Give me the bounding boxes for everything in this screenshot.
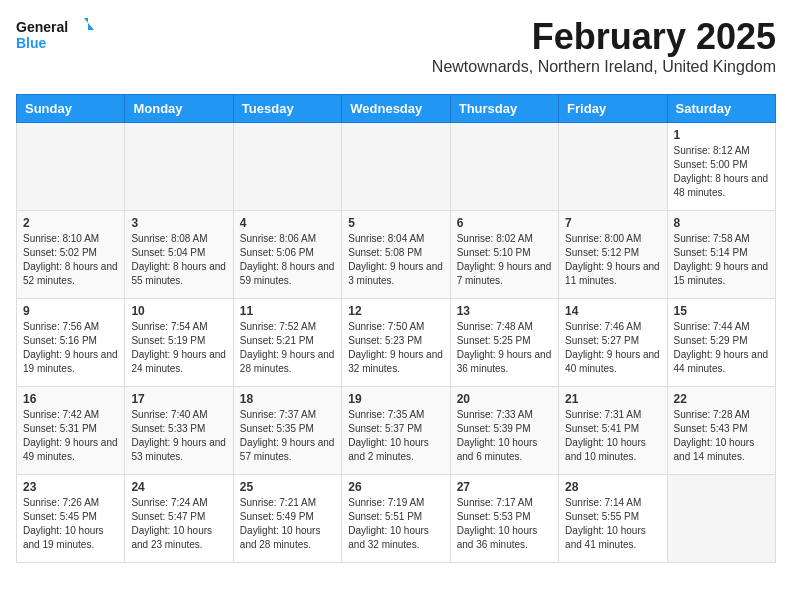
calendar-cell-w4-d0: 23Sunrise: 7:26 AM Sunset: 5:45 PM Dayli… [17,475,125,563]
day-number-1: 1 [674,128,769,142]
day-number-7: 7 [565,216,660,230]
day-number-22: 22 [674,392,769,406]
calendar-cell-w2-d3: 12Sunrise: 7:50 AM Sunset: 5:23 PM Dayli… [342,299,450,387]
day-number-20: 20 [457,392,552,406]
calendar-cell-w0-d2 [233,123,341,211]
day-info-24: Sunrise: 7:24 AM Sunset: 5:47 PM Dayligh… [131,496,226,552]
day-number-26: 26 [348,480,443,494]
calendar-cell-w4-d5: 28Sunrise: 7:14 AM Sunset: 5:55 PM Dayli… [559,475,667,563]
header-monday: Monday [125,95,233,123]
calendar-cell-w1-d3: 5Sunrise: 8:04 AM Sunset: 5:08 PM Daylig… [342,211,450,299]
calendar-cell-w1-d1: 3Sunrise: 8:08 AM Sunset: 5:04 PM Daylig… [125,211,233,299]
header-tuesday: Tuesday [233,95,341,123]
day-number-3: 3 [131,216,226,230]
day-info-7: Sunrise: 8:00 AM Sunset: 5:12 PM Dayligh… [565,232,660,288]
day-number-16: 16 [23,392,118,406]
calendar-cell-w3-d3: 19Sunrise: 7:35 AM Sunset: 5:37 PM Dayli… [342,387,450,475]
day-number-27: 27 [457,480,552,494]
day-number-18: 18 [240,392,335,406]
calendar-cell-w1-d4: 6Sunrise: 8:02 AM Sunset: 5:10 PM Daylig… [450,211,558,299]
day-info-2: Sunrise: 8:10 AM Sunset: 5:02 PM Dayligh… [23,232,118,288]
day-info-1: Sunrise: 8:12 AM Sunset: 5:00 PM Dayligh… [674,144,769,200]
calendar-cell-w3-d4: 20Sunrise: 7:33 AM Sunset: 5:39 PM Dayli… [450,387,558,475]
calendar-cell-w4-d2: 25Sunrise: 7:21 AM Sunset: 5:49 PM Dayli… [233,475,341,563]
calendar-cell-w3-d6: 22Sunrise: 7:28 AM Sunset: 5:43 PM Dayli… [667,387,775,475]
calendar-table: Sunday Monday Tuesday Wednesday Thursday… [16,94,776,563]
day-number-17: 17 [131,392,226,406]
day-info-10: Sunrise: 7:54 AM Sunset: 5:19 PM Dayligh… [131,320,226,376]
svg-text:General: General [16,19,68,35]
header-sunday: Sunday [17,95,125,123]
calendar-cell-w3-d2: 18Sunrise: 7:37 AM Sunset: 5:35 PM Dayli… [233,387,341,475]
calendar-cell-w0-d4 [450,123,558,211]
calendar-cell-w2-d2: 11Sunrise: 7:52 AM Sunset: 5:21 PM Dayli… [233,299,341,387]
day-number-4: 4 [240,216,335,230]
calendar-header-row: Sunday Monday Tuesday Wednesday Thursday… [17,95,776,123]
logo: General Blue [16,16,96,56]
calendar-cell-w4-d1: 24Sunrise: 7:24 AM Sunset: 5:47 PM Dayli… [125,475,233,563]
day-number-28: 28 [565,480,660,494]
day-number-14: 14 [565,304,660,318]
day-number-13: 13 [457,304,552,318]
calendar-cell-w2-d0: 9Sunrise: 7:56 AM Sunset: 5:16 PM Daylig… [17,299,125,387]
day-info-19: Sunrise: 7:35 AM Sunset: 5:37 PM Dayligh… [348,408,443,464]
calendar-cell-w2-d4: 13Sunrise: 7:48 AM Sunset: 5:25 PM Dayli… [450,299,558,387]
day-number-9: 9 [23,304,118,318]
calendar-week-0: 1Sunrise: 8:12 AM Sunset: 5:00 PM Daylig… [17,123,776,211]
calendar-subtitle: Newtownards, Northern Ireland, United Ki… [432,58,776,76]
day-info-23: Sunrise: 7:26 AM Sunset: 5:45 PM Dayligh… [23,496,118,552]
calendar-cell-w0-d5 [559,123,667,211]
day-info-8: Sunrise: 7:58 AM Sunset: 5:14 PM Dayligh… [674,232,769,288]
day-info-5: Sunrise: 8:04 AM Sunset: 5:08 PM Dayligh… [348,232,443,288]
calendar-cell-w4-d6 [667,475,775,563]
day-info-28: Sunrise: 7:14 AM Sunset: 5:55 PM Dayligh… [565,496,660,552]
header-friday: Friday [559,95,667,123]
day-number-11: 11 [240,304,335,318]
day-info-21: Sunrise: 7:31 AM Sunset: 5:41 PM Dayligh… [565,408,660,464]
calendar-cell-w1-d0: 2Sunrise: 8:10 AM Sunset: 5:02 PM Daylig… [17,211,125,299]
day-info-14: Sunrise: 7:46 AM Sunset: 5:27 PM Dayligh… [565,320,660,376]
calendar-cell-w3-d0: 16Sunrise: 7:42 AM Sunset: 5:31 PM Dayli… [17,387,125,475]
day-info-12: Sunrise: 7:50 AM Sunset: 5:23 PM Dayligh… [348,320,443,376]
header-wednesday: Wednesday [342,95,450,123]
day-info-26: Sunrise: 7:19 AM Sunset: 5:51 PM Dayligh… [348,496,443,552]
calendar-cell-w2-d1: 10Sunrise: 7:54 AM Sunset: 5:19 PM Dayli… [125,299,233,387]
calendar-week-4: 23Sunrise: 7:26 AM Sunset: 5:45 PM Dayli… [17,475,776,563]
calendar-cell-w0-d0 [17,123,125,211]
header-saturday: Saturday [667,95,775,123]
day-info-11: Sunrise: 7:52 AM Sunset: 5:21 PM Dayligh… [240,320,335,376]
day-number-19: 19 [348,392,443,406]
calendar-cell-w1-d6: 8Sunrise: 7:58 AM Sunset: 5:14 PM Daylig… [667,211,775,299]
day-info-25: Sunrise: 7:21 AM Sunset: 5:49 PM Dayligh… [240,496,335,552]
day-info-22: Sunrise: 7:28 AM Sunset: 5:43 PM Dayligh… [674,408,769,464]
title-section: February 2025 Newtownards, Northern Irel… [432,16,776,84]
day-info-9: Sunrise: 7:56 AM Sunset: 5:16 PM Dayligh… [23,320,118,376]
calendar-cell-w1-d2: 4Sunrise: 8:06 AM Sunset: 5:06 PM Daylig… [233,211,341,299]
day-number-8: 8 [674,216,769,230]
calendar-cell-w0-d3 [342,123,450,211]
calendar-cell-w0-d6: 1Sunrise: 8:12 AM Sunset: 5:00 PM Daylig… [667,123,775,211]
header-thursday: Thursday [450,95,558,123]
day-info-18: Sunrise: 7:37 AM Sunset: 5:35 PM Dayligh… [240,408,335,464]
day-number-24: 24 [131,480,226,494]
calendar-cell-w3-d1: 17Sunrise: 7:40 AM Sunset: 5:33 PM Dayli… [125,387,233,475]
calendar-week-3: 16Sunrise: 7:42 AM Sunset: 5:31 PM Dayli… [17,387,776,475]
day-number-5: 5 [348,216,443,230]
day-number-2: 2 [23,216,118,230]
calendar-cell-w2-d6: 15Sunrise: 7:44 AM Sunset: 5:29 PM Dayli… [667,299,775,387]
day-info-20: Sunrise: 7:33 AM Sunset: 5:39 PM Dayligh… [457,408,552,464]
day-info-6: Sunrise: 8:02 AM Sunset: 5:10 PM Dayligh… [457,232,552,288]
day-info-4: Sunrise: 8:06 AM Sunset: 5:06 PM Dayligh… [240,232,335,288]
day-info-27: Sunrise: 7:17 AM Sunset: 5:53 PM Dayligh… [457,496,552,552]
day-number-21: 21 [565,392,660,406]
day-number-10: 10 [131,304,226,318]
day-info-17: Sunrise: 7:40 AM Sunset: 5:33 PM Dayligh… [131,408,226,464]
calendar-cell-w1-d5: 7Sunrise: 8:00 AM Sunset: 5:12 PM Daylig… [559,211,667,299]
calendar-week-2: 9Sunrise: 7:56 AM Sunset: 5:16 PM Daylig… [17,299,776,387]
day-number-15: 15 [674,304,769,318]
calendar-cell-w4-d4: 27Sunrise: 7:17 AM Sunset: 5:53 PM Dayli… [450,475,558,563]
day-number-6: 6 [457,216,552,230]
day-info-3: Sunrise: 8:08 AM Sunset: 5:04 PM Dayligh… [131,232,226,288]
day-number-25: 25 [240,480,335,494]
calendar-cell-w0-d1 [125,123,233,211]
